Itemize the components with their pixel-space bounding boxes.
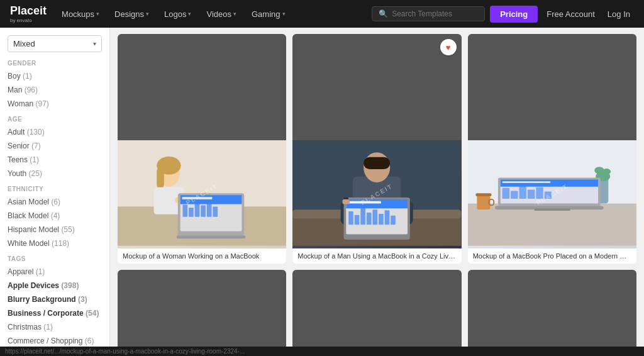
nav-designs[interactable]: Designs ▾ [109,7,154,21]
login-button[interactable]: Log In [604,7,634,21]
heart-button-2[interactable]: ♥ [440,39,457,55]
svg-rect-53 [536,187,543,199]
sidebar-item-blurry-background[interactable]: Blurry Background (3) [8,292,102,306]
search-input[interactable] [392,9,474,18]
chevron-down-icon: ▾ [96,11,99,17]
svg-rect-10 [182,197,213,199]
card-grid: PLACEIT Mockup of a Woman Working on a M… [118,34,636,356]
search-box[interactable]: 🔍 [372,6,485,21]
svg-rect-58 [475,193,491,196]
sidebar-item-commerce-shopping[interactable]: Commerce / Shopping (6) [8,334,102,348]
svg-rect-4 [157,167,164,189]
logo[interactable]: Placeit by envato [10,5,47,23]
nav-mockups[interactable]: Mockups ▾ [57,7,104,21]
sidebar-item-asian-model[interactable]: Asian Model (6) [8,195,102,209]
svg-rect-14 [201,206,206,217]
chevron-down-icon: ▾ [282,11,286,17]
svg-rect-51 [519,186,526,199]
sidebar-item-adult[interactable]: Adult (130) [8,125,102,139]
navbar: Placeit by envato Mockups ▾ Designs ▾ Lo… [0,0,644,28]
filter-dropdown[interactable]: Mixed ▾ [8,35,102,52]
sidebar-item-teens[interactable]: Teens (1) [8,153,102,167]
nav-videos[interactable]: Videos ▾ [201,7,242,21]
card-1[interactable]: PLACEIT Mockup of a Woman Working on a M… [118,34,286,264]
svg-rect-35 [385,210,390,225]
svg-rect-30 [355,215,360,225]
sidebar-item-white-model[interactable]: White Model (118) [8,236,102,250]
svg-rect-13 [195,201,200,217]
svg-rect-15 [207,203,212,217]
filter-label: Mixed [13,39,35,48]
svg-rect-37 [343,199,350,204]
svg-rect-52 [528,190,535,199]
svg-rect-31 [361,208,366,225]
card-2-overlay: ♥ [440,39,457,55]
svg-rect-49 [502,188,509,199]
card-4[interactable]: PLACEIT Mockup Featuring a MacBook Pro P… [118,270,286,356]
card-3[interactable]: PLACEIT Mockup of a MacBook Pro Placed o… [468,34,636,264]
card-title-1: Mockup of a Woman Working on a MacBook [118,248,286,264]
age-section-label: Age [8,116,102,123]
sidebar-item-boy[interactable]: Boy (1) [8,69,102,83]
pricing-button[interactable]: Pricing [490,6,538,23]
svg-rect-24 [364,157,390,169]
nav-logos[interactable]: Logos ▾ [159,7,196,21]
chevron-down-icon: ▾ [93,40,96,47]
svg-point-44 [602,169,610,175]
nav-gaming[interactable]: Gaming ▾ [247,7,291,21]
sidebar-item-apparel[interactable]: Apparel (1) [8,265,102,279]
tags-section-label: Tags [8,255,102,262]
svg-rect-36 [391,216,396,225]
ethnicity-section-label: Ethnicity [8,186,102,192]
status-url: https://placeit.net/.../mockup-of-a-man-… [5,348,245,355]
gender-section-label: Gender [8,60,102,67]
search-icon: 🔍 [379,9,388,18]
sidebar-item-black-model[interactable]: Black Model (4) [8,209,102,223]
svg-rect-34 [379,214,384,225]
sidebar-item-man[interactable]: Man (96) [8,83,102,97]
svg-rect-11 [182,205,187,217]
main-content: Mixed ▾ Gender Boy (1) Man (96) Woman (9… [0,28,644,356]
chevron-down-icon: ▾ [146,11,149,17]
svg-rect-56 [534,208,570,211]
card-2[interactable]: PLACEIT ♥ Mockup of a Man Using a MacBoo… [292,34,461,264]
svg-rect-32 [367,213,372,225]
sidebar: Mixed ▾ Gender Boy (1) Man (96) Woman (9… [0,28,110,356]
free-account-button[interactable]: Free Account [543,7,599,21]
sidebar-item-woman[interactable]: Woman (97) [8,97,102,111]
svg-rect-33 [373,209,378,225]
logo-text: Placeit [10,5,47,16]
svg-rect-38 [344,197,349,199]
status-bar: https://placeit.net/.../mockup-of-a-man-… [0,347,644,356]
chevron-down-icon: ▾ [233,11,236,17]
sidebar-item-senior[interactable]: Senior (7) [8,139,102,153]
svg-rect-16 [213,206,218,216]
sidebar-item-business-corporate[interactable]: Business / Corporate (54) [8,306,102,320]
svg-rect-17 [177,235,245,238]
card-title-3: Mockup of a MacBook Pro Placed on a Mode… [468,248,636,264]
card-6[interactable]: PLACEIT Mockup of a MacBook Pro on a Des… [468,270,636,356]
logo-subtext: by envato [10,18,47,23]
chevron-down-icon: ▾ [188,11,191,17]
sidebar-item-christmas[interactable]: Christmas (1) [8,320,102,334]
svg-rect-57 [477,194,490,209]
sidebar-item-hispanic-model[interactable]: Hispanic Model (55) [8,223,102,236]
svg-rect-54 [544,192,551,199]
svg-rect-48 [502,181,550,183]
svg-rect-27 [347,199,408,208]
sidebar-item-youth[interactable]: Youth (25) [8,167,102,181]
card-title-2: Mockup of a Man Using a MacBook in a Coz… [292,248,461,264]
svg-rect-29 [348,211,353,225]
svg-rect-28 [348,201,381,204]
card-grid-area: PLACEIT Mockup of a Woman Working on a M… [110,28,644,356]
sidebar-item-apple-devices[interactable]: Apple Devices (398) [8,279,102,292]
svg-rect-12 [189,208,194,216]
card-5[interactable]: PLACEIT Mockup Featuring a Man Using His… [292,270,461,356]
svg-rect-50 [511,191,518,199]
